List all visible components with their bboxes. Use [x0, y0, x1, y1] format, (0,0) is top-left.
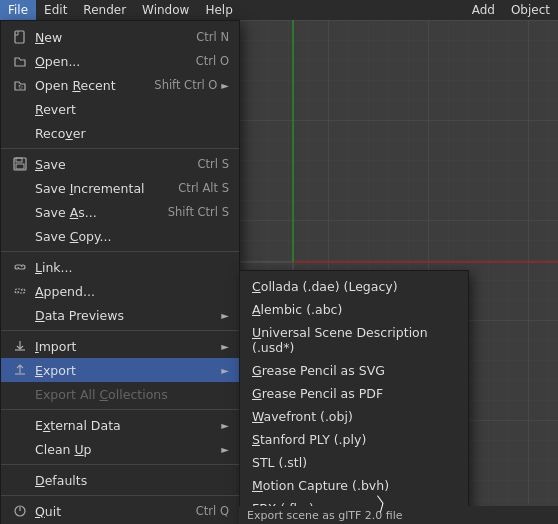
menu-item-clean-up[interactable]: Clean Up ► — [1, 437, 239, 461]
menu-item-link[interactable]: Link... — [1, 255, 239, 279]
export-grease-svg[interactable]: Grease Pencil as SVG — [240, 359, 468, 382]
menu-item-new[interactable]: New Ctrl N — [1, 25, 239, 49]
menu-item-save-as[interactable]: Save As... Shift Ctrl S — [1, 200, 239, 224]
export-alembic-label: Alembic (.abc) — [252, 302, 456, 317]
save-copy-icon — [11, 227, 29, 245]
menu-render[interactable]: Render — [75, 0, 134, 20]
open-label: Open... — [35, 54, 186, 69]
sep6 — [1, 495, 239, 496]
sep4 — [1, 409, 239, 410]
quit-icon — [11, 502, 29, 520]
export-motion-label: Motion Capture (.bvh) — [252, 478, 456, 493]
menu-item-defaults[interactable]: Defaults — [1, 468, 239, 492]
menu-file[interactable]: File — [0, 0, 36, 20]
save-incremental-icon — [11, 179, 29, 197]
append-icon — [11, 282, 29, 300]
export-wavefront[interactable]: Wavefront (.obj) — [240, 405, 468, 428]
export-motion[interactable]: Motion Capture (.bvh) — [240, 474, 468, 497]
export-grease-pdf-label: Grease Pencil as PDF — [252, 386, 456, 401]
export-usd[interactable]: Universal Scene Description (.usd*) — [240, 321, 468, 359]
sep3 — [1, 330, 239, 331]
export-stanford-label: Stanford PLY (.ply) — [252, 432, 456, 447]
export-grease-svg-label: Grease Pencil as SVG — [252, 363, 456, 378]
revert-icon — [11, 100, 29, 118]
revert-label: Revert — [35, 102, 229, 117]
menu-item-open-recent[interactable]: ↻ Open Recent Shift Ctrl O ► — [1, 73, 239, 97]
file-menu-dropdown: New Ctrl N Open... Ctrl O ↻ Open Recent … — [0, 20, 240, 524]
recover-icon — [11, 124, 29, 142]
save-shortcut: Ctrl S — [198, 157, 229, 171]
sep1 — [1, 148, 239, 149]
data-previews-arrow: ► — [221, 310, 229, 321]
status-text: Export scene as glTF 2.0 file — [247, 509, 403, 522]
data-previews-label: Data Previews — [35, 308, 217, 323]
link-label: Link... — [35, 260, 229, 275]
external-data-label: External Data — [35, 418, 217, 433]
export-icon — [11, 361, 29, 379]
export-usd-label: Universal Scene Description (.usd*) — [252, 325, 456, 355]
link-icon — [11, 258, 29, 276]
open-recent-label: Open Recent — [35, 78, 144, 93]
clean-up-icon — [11, 440, 29, 458]
menu-item-import[interactable]: Import ► — [1, 334, 239, 358]
save-as-label: Save As... — [35, 205, 158, 220]
menu-item-external-data[interactable]: External Data ► — [1, 413, 239, 437]
open-recent-shortcut: Shift Ctrl O — [154, 78, 217, 92]
defaults-icon — [11, 471, 29, 489]
export-submenu: Collada (.dae) (Legacy) Alembic (.abc) U… — [239, 270, 469, 524]
export-collada[interactable]: Collada (.dae) (Legacy) — [240, 275, 468, 298]
new-icon — [11, 28, 29, 46]
export-stl[interactable]: STL (.stl) — [240, 451, 468, 474]
open-shortcut: Ctrl O — [196, 54, 229, 68]
menu-item-export[interactable]: Export ► — [1, 358, 239, 382]
quit-shortcut: Ctrl Q — [196, 504, 229, 518]
menu-item-open[interactable]: Open... Ctrl O — [1, 49, 239, 73]
export-all-icon — [11, 385, 29, 403]
menu-item-recover[interactable]: Recover — [1, 121, 239, 145]
import-label: Import — [35, 339, 217, 354]
data-previews-icon — [11, 306, 29, 324]
new-label: New — [35, 30, 186, 45]
menu-item-save[interactable]: Save Ctrl S — [1, 152, 239, 176]
menu-item-save-incremental[interactable]: Save Incremental Ctrl Alt S — [1, 176, 239, 200]
menu-item-append[interactable]: Append... — [1, 279, 239, 303]
menu-item-export-all: Export All Collections — [1, 382, 239, 406]
menu-bar: File Edit Render Window Help Add Object — [0, 0, 558, 20]
save-as-shortcut: Shift Ctrl S — [168, 205, 229, 219]
menu-object[interactable]: Object — [503, 0, 558, 20]
export-stl-label: STL (.stl) — [252, 455, 456, 470]
append-label: Append... — [35, 284, 229, 299]
save-incremental-label: Save Incremental — [35, 181, 168, 196]
quit-label: Quit — [35, 504, 186, 519]
save-icon — [11, 155, 29, 173]
save-label: Save — [35, 157, 188, 172]
export-arrow: ► — [221, 365, 229, 376]
menu-item-quit[interactable]: Quit Ctrl Q — [1, 499, 239, 523]
save-incremental-shortcut: Ctrl Alt S — [178, 181, 229, 195]
save-copy-label: Save Copy... — [35, 229, 229, 244]
menu-item-data-previews[interactable]: Data Previews ► — [1, 303, 239, 327]
menu-edit[interactable]: Edit — [36, 0, 75, 20]
import-arrow: ► — [221, 341, 229, 352]
import-icon — [11, 337, 29, 355]
save-as-icon — [11, 203, 29, 221]
menu-item-save-copy[interactable]: Save Copy... — [1, 224, 239, 248]
menu-item-revert[interactable]: Revert — [1, 97, 239, 121]
sep5 — [1, 464, 239, 465]
export-grease-pdf[interactable]: Grease Pencil as PDF — [240, 382, 468, 405]
external-data-arrow: ► — [221, 420, 229, 431]
sep2 — [1, 251, 239, 252]
menu-add[interactable]: Add — [464, 0, 503, 20]
export-alembic[interactable]: Alembic (.abc) — [240, 298, 468, 321]
open-recent-icon: ↻ — [11, 76, 29, 94]
menu-window[interactable]: Window — [134, 0, 197, 20]
export-stanford[interactable]: Stanford PLY (.ply) — [240, 428, 468, 451]
open-recent-arrow: ► — [221, 80, 229, 91]
svg-text:↻: ↻ — [18, 83, 23, 90]
open-icon — [11, 52, 29, 70]
export-collada-label: Collada (.dae) (Legacy) — [252, 279, 456, 294]
menu-help[interactable]: Help — [197, 0, 240, 20]
recover-label: Recover — [35, 126, 229, 141]
new-shortcut: Ctrl N — [196, 30, 229, 44]
export-all-label: Export All Collections — [35, 387, 229, 402]
